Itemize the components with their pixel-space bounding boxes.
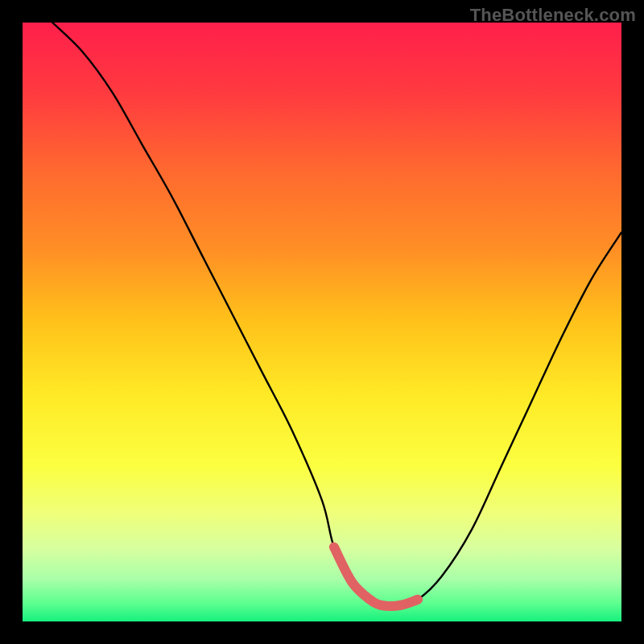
chart-stage: TheBottleneck.com xyxy=(0,0,644,644)
plot-area xyxy=(23,23,621,621)
gradient-background xyxy=(23,23,621,621)
bottleneck-chart xyxy=(23,23,621,621)
